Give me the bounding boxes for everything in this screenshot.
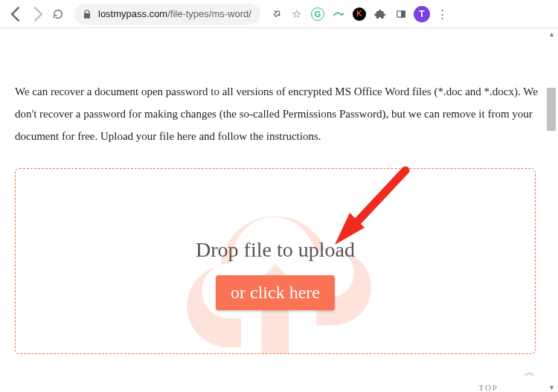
bookmark-star-icon[interactable]: ☆ (287, 4, 307, 25)
lock-icon (82, 9, 92, 19)
reload-button[interactable] (48, 4, 68, 25)
browser-toolbar: lostmypass.com/file-types/ms-word/ ☆ G K… (0, 0, 558, 28)
vertical-scrollbar[interactable]: ▴ ▾ (546, 28, 557, 392)
scrollbar-thumb[interactable] (547, 88, 556, 131)
back-button[interactable] (6, 4, 27, 25)
chrome-menu-icon[interactable]: ⋮ (433, 4, 452, 25)
toolbar-right: ☆ G K T ⋮ (266, 4, 452, 25)
upload-dropzone[interactable]: Drop file to upload or click here (15, 168, 536, 354)
url-path: /file-types/ms-word/ (167, 8, 251, 19)
scrollbar-up-arrow[interactable]: ▴ (546, 28, 557, 39)
extensions-puzzle-icon[interactable] (371, 4, 390, 25)
avatar-icon: T (414, 6, 430, 22)
extension-grammarly[interactable]: G (308, 4, 327, 25)
page-viewport: We can recover a document open password … (0, 28, 558, 392)
share-icon[interactable] (266, 4, 286, 25)
profile-avatar[interactable]: T (412, 4, 432, 25)
scrollbar-down-arrow[interactable]: ▾ (546, 382, 557, 392)
top-label[interactable]: TOP (478, 383, 498, 392)
swoosh-icon (333, 8, 344, 20)
click-here-button[interactable]: or click here (216, 275, 335, 310)
svg-rect-1 (401, 10, 405, 16)
description-text: We can recover a document open password … (15, 80, 543, 147)
extension-swoosh[interactable] (329, 4, 348, 25)
drop-label: Drop file to upload (196, 238, 355, 262)
k-icon: K (353, 7, 366, 21)
page-content: We can recover a document open password … (0, 28, 558, 392)
extension-sidepanel[interactable] (391, 4, 411, 25)
forward-button (27, 4, 48, 25)
address-bar[interactable]: lostmypass.com/file-types/ms-word/ (74, 4, 260, 25)
url-host: lostmypass.com (98, 8, 167, 19)
extension-k[interactable]: K (350, 4, 369, 25)
grammarly-icon: G (311, 7, 324, 21)
scroll-top-icon[interactable]: ︽ (524, 364, 536, 380)
